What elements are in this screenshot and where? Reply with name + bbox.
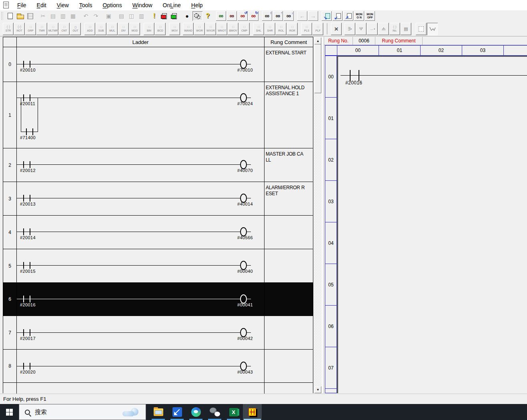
rung-editor-canvas[interactable]: #20016 xyxy=(337,56,527,393)
menu-item-help[interactable]: Help xyxy=(186,1,208,9)
cnt-button[interactable]: □CNT xyxy=(59,23,70,35)
bmov-button[interactable]: □BMOV xyxy=(228,23,238,35)
find-new-button[interactable]: ∞ xyxy=(216,11,226,21)
wave-monitor-button[interactable] xyxy=(427,23,438,35)
help-button[interactable]: ? xyxy=(203,11,213,21)
start-button[interactable] xyxy=(0,404,19,420)
save-register-button[interactable]: ↘ xyxy=(322,11,332,21)
taskbar-app-edge-browser[interactable] xyxy=(186,404,205,420)
taskbar-app-ladder-editor[interactable] xyxy=(243,404,262,420)
branch-split-button[interactable]: Ψ xyxy=(356,23,367,35)
grid-box-button[interactable] xyxy=(416,23,427,35)
mltmr-button[interactable]: □MLTMR xyxy=(48,23,58,35)
find-up-button[interactable]: ↑∞ xyxy=(273,11,283,21)
rung-row-1[interactable]: 1#20011#70024#71400EXTERNAL HOLDASSISTAN… xyxy=(3,82,313,148)
important-button[interactable]: ! xyxy=(149,11,159,21)
grid-row-header-07[interactable]: 07 xyxy=(325,347,337,389)
doc-red-button[interactable] xyxy=(159,11,169,21)
monitor-off-button[interactable]: MON OFF xyxy=(365,11,375,21)
grid-column-header-03[interactable]: 03 xyxy=(462,45,504,56)
grp-button[interactable]: □GRP xyxy=(25,23,36,35)
mov-button[interactable]: □MOV xyxy=(169,23,180,35)
wor-button[interactable]: □WOR xyxy=(194,23,205,35)
rung-row-7[interactable]: 7#20017#00042 xyxy=(3,316,313,350)
branch-right-button[interactable]: →▪ xyxy=(367,23,378,35)
settings-gears-button[interactable] xyxy=(192,11,202,21)
not-button[interactable]: ┤/├NOT xyxy=(14,23,25,35)
wand-button[interactable]: □WAND xyxy=(183,23,194,35)
grid-row-header-01[interactable]: 01 xyxy=(325,97,337,139)
taskbar-app-wechat[interactable] xyxy=(205,404,224,420)
bcd-button[interactable]: □BCD xyxy=(155,23,166,35)
taskbar-app-scanner-app[interactable] xyxy=(168,404,186,420)
grid-row-header-02[interactable]: 02 xyxy=(325,139,337,181)
find-prev-button[interactable]: ↺∞ xyxy=(238,11,248,21)
plf-button[interactable]: □PLF xyxy=(313,23,323,35)
grid-column-header-01[interactable]: 01 xyxy=(379,45,421,56)
scroll-down-button[interactable]: ▼ xyxy=(315,386,321,393)
branch-down-button[interactable]: Ψ xyxy=(378,23,389,35)
mod-button[interactable]: □MOD xyxy=(129,23,140,35)
find-updown-button[interactable]: ↕∞ xyxy=(262,11,272,21)
find-button[interactable]: ∞ xyxy=(227,11,237,21)
taskbar-app-file-explorer[interactable] xyxy=(149,404,168,420)
pls-button[interactable]: □PLS xyxy=(301,23,312,35)
taskbar-app-excel[interactable]: X xyxy=(224,404,243,420)
notes-button[interactable]: ▤ xyxy=(401,23,411,35)
doc-green-button[interactable] xyxy=(169,11,179,21)
grid-row-header-04[interactable]: 04 xyxy=(325,222,337,264)
rung-row-partial[interactable] xyxy=(3,383,313,394)
wnot-button[interactable]: □WNOT xyxy=(216,23,227,35)
add-button[interactable]: □ADD xyxy=(84,23,95,35)
wxor-button[interactable]: □WXOR xyxy=(205,23,216,35)
rol-button[interactable]: □ROL xyxy=(276,23,287,35)
find-next-button[interactable]: ↻∞ xyxy=(248,11,258,21)
open-file-button[interactable] xyxy=(15,11,25,21)
new-file-button[interactable] xyxy=(5,11,15,21)
grid-row-header-06[interactable]: 06 xyxy=(325,305,337,347)
grid-row-header-03[interactable]: 03 xyxy=(325,180,337,222)
weather-cloud-icon[interactable] xyxy=(122,408,141,416)
out-button[interactable]: ( )OUT xyxy=(70,23,81,35)
menu-item-edit[interactable]: Edit xyxy=(32,1,52,9)
ror-button[interactable]: □ROR xyxy=(287,23,298,35)
menu-item-options[interactable]: Options xyxy=(98,1,127,9)
jump-window-button[interactable]: ↗ xyxy=(343,11,353,21)
rung-row-5[interactable]: 5#20015#00040 xyxy=(3,249,313,283)
grid-column-header-02[interactable]: 02 xyxy=(420,45,462,56)
rung-row-4[interactable]: 4#20014#40566 xyxy=(3,216,313,249)
document-system-icon[interactable] xyxy=(3,2,9,8)
menu-item-tools[interactable]: Tools xyxy=(74,1,98,9)
shr-button[interactable]: □SHR xyxy=(265,23,275,35)
rung-row-2[interactable]: 2#20012#40070MASTER JOB CALL xyxy=(3,148,313,182)
menu-item-file[interactable]: File xyxy=(12,1,32,9)
mul-button[interactable]: □MUL xyxy=(107,23,118,35)
branch-merge-button[interactable]: ∃▪ xyxy=(345,23,355,35)
rung-comment-label[interactable]: Rung Comment xyxy=(375,37,423,45)
contact-no-button[interactable]: ┤├No. xyxy=(389,23,400,35)
bin-button[interactable]: □BIN xyxy=(144,23,154,35)
menu-item-online[interactable]: OnLine xyxy=(158,1,186,9)
rung-row-0[interactable]: 0#20010#70010EXTERNAL START xyxy=(3,47,313,82)
sub-button[interactable]: □SUB xyxy=(96,23,106,35)
load-register-button[interactable]: ↙ xyxy=(333,11,343,21)
find-down-button[interactable]: ↓∞ xyxy=(284,11,294,21)
menu-item-window[interactable]: Window xyxy=(127,1,158,9)
rung-row-8[interactable]: 8#20020#00043 xyxy=(3,350,313,383)
grid-row-header-05[interactable]: 05 xyxy=(325,264,337,306)
taskbar-search-box[interactable]: 搜索 xyxy=(19,404,146,420)
monitor-on-button[interactable]: MON O N xyxy=(354,11,364,21)
delete-element-button[interactable]: × xyxy=(331,23,342,35)
grid-column-header-00[interactable]: 00 xyxy=(337,45,379,56)
cmp-button[interactable]: □CMP xyxy=(239,23,250,35)
menu-item-view[interactable]: View xyxy=(52,1,74,9)
div-button[interactable]: □DIV xyxy=(118,23,129,35)
scroll-up-button[interactable]: ▲ xyxy=(315,38,321,44)
shl-button[interactable]: □SHL xyxy=(253,23,264,35)
scrollbar-thumb[interactable] xyxy=(315,44,321,93)
rung-row-3[interactable]: 3#20013#40014ALARM/ERROR RESET xyxy=(3,182,313,216)
tmr-button[interactable]: □TMR xyxy=(36,23,47,35)
rung-row-6[interactable]: 6#20016#00041 xyxy=(3,283,313,316)
str-button[interactable]: ┤├STR xyxy=(3,23,14,35)
panel-splitter[interactable] xyxy=(321,37,324,393)
